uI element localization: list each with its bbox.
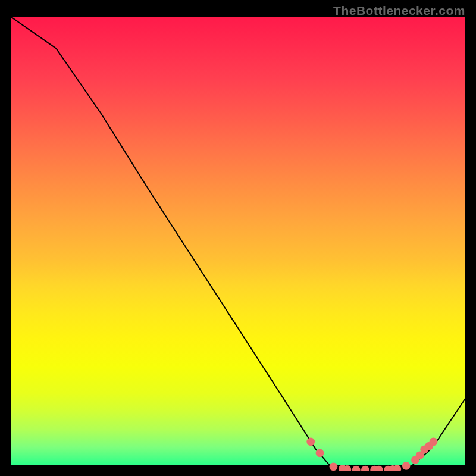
chart-markers (306, 437, 437, 471)
marker-point (330, 462, 338, 471)
plot-area (11, 17, 465, 465)
watermark-text: TheBottlenecker.com (333, 4, 465, 18)
chart-line (11, 17, 465, 470)
marker-point (306, 437, 315, 446)
marker-point (352, 466, 361, 471)
marker-point (402, 462, 411, 470)
chart-container: TheBottlenecker.com (0, 0, 476, 476)
marker-point (361, 466, 369, 471)
marker-point (316, 449, 324, 458)
marker-point (430, 437, 438, 446)
chart-svg (11, 17, 465, 471)
